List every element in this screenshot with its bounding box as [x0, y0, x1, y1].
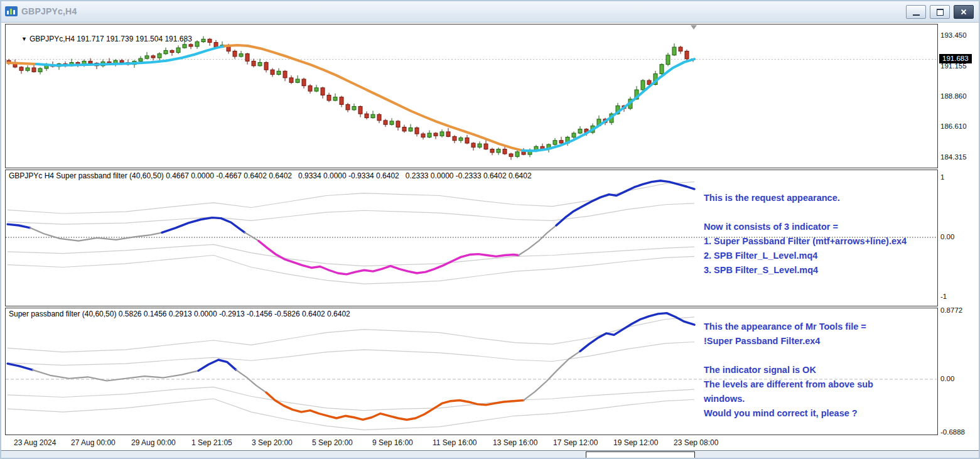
- minimize-icon: [913, 14, 920, 16]
- time-axis-label: 13 Sep 16:00: [493, 438, 537, 447]
- symbol-dropdown-icon: ▼: [21, 36, 27, 42]
- spb-indicator-panel-1[interactable]: GBPJPYc H4 Super passband filter (40,60,…: [5, 170, 938, 306]
- annotation-line: 1. Super Passband Filter (mtf+arrows+lin…: [704, 234, 955, 249]
- annotation-line: [704, 348, 955, 363]
- main-chart-panel[interactable]: ▼GBPJPYc,H4 191.717 191.739 191.504 191.…: [5, 24, 938, 168]
- price-axis-label: 188.860: [940, 92, 967, 100]
- main-chart-header: ▼GBPJPYc,H4 191.717 191.739 191.504 191.…: [9, 26, 192, 52]
- restore-icon: [937, 9, 944, 16]
- annotation-line: Would you mind correct it, please ?: [704, 406, 955, 421]
- price-axis[interactable]: 193.450191.155188.860186.610184.315191.6…: [939, 0, 979, 459]
- close-button[interactable]: [954, 5, 974, 19]
- time-axis-label: 3 Sep 20:00: [252, 438, 293, 447]
- annotation-line: The levels are different from above sub: [704, 377, 955, 392]
- annotation-line: [704, 205, 955, 220]
- price-axis-label: 0.00: [940, 375, 954, 382]
- price-axis-label: 0.8772: [940, 306, 962, 314]
- close-icon: [961, 9, 967, 15]
- title-bar[interactable]: GBPJPYc,H4: [0, 0, 980, 23]
- annotation-line: windows.: [704, 392, 955, 406]
- time-axis-label: 9 Sep 16:00: [372, 438, 413, 447]
- annotation-line: This the appearance of Mr Tools file =: [704, 320, 955, 334]
- price-axis-label: 186.610: [940, 122, 967, 130]
- restore-button[interactable]: [930, 5, 950, 19]
- time-axis-label: 23 Sep 08:00: [674, 438, 718, 447]
- mt4-chart-icon: [5, 6, 18, 16]
- spb-indicator-panel-2[interactable]: Super passband filter (40,60,50) 0.5826 …: [5, 308, 938, 435]
- time-axis-label: 23 Aug 2024: [14, 438, 56, 447]
- indicator2-header: Super passband filter (40,60,50) 0.5826 …: [9, 310, 350, 318]
- price-axis-label: -1: [940, 293, 947, 300]
- annotation-line: !Super Passband Filter.ex4: [704, 334, 955, 348]
- price-axis-label: 1: [940, 173, 944, 181]
- annotation-line: Now it consists of 3 indicator =: [704, 220, 955, 234]
- price-axis-label: 193.450: [940, 31, 967, 39]
- current-price-badge: 191.683: [939, 54, 972, 63]
- price-axis-label: 191.155: [940, 62, 967, 70]
- window-controls: [906, 5, 974, 19]
- annotation-line: 3. SPB Filter_S_Level.mq4: [704, 263, 955, 278]
- price-axis-label: -0.6888: [940, 428, 965, 436]
- window-title: GBPJPYc,H4: [21, 6, 77, 16]
- time-axis[interactable]: 23 Aug 202427 Aug 00:0029 Aug 00:001 Sep…: [5, 436, 939, 450]
- horizontal-scrollbar: [0, 450, 980, 459]
- main-chart-ohlc-readout: GBPJPYc,H4 191.717 191.739 191.504 191.6…: [30, 35, 192, 43]
- indicator1-header: GBPJPYc H4 Super passband filter (40,60,…: [9, 171, 532, 180]
- annotation-line: The indicator signal is OK: [704, 363, 955, 377]
- minimize-button[interactable]: [906, 5, 926, 19]
- time-axis-label: 27 Aug 00:00: [71, 438, 116, 447]
- time-axis-label: 29 Aug 00:00: [131, 438, 176, 447]
- scrollbar-thumb[interactable]: [586, 451, 695, 459]
- price-axis-label: 184.315: [940, 153, 967, 161]
- time-axis-label: 19 Sep 12:00: [613, 438, 658, 447]
- annotation-line: 2. SPB Filter_L_Level.mq4: [704, 249, 955, 263]
- price-axis-label: 0.00: [940, 233, 954, 240]
- annotation-request-appearance: This is the request appearance. Now it c…: [704, 191, 955, 278]
- mt4-chart-window: GBPJPYc,H4 ▼GBPJPYc,H4 191.717 191.739 1…: [0, 0, 980, 459]
- time-axis-label: 5 Sep 20:00: [312, 438, 353, 447]
- annotation-mrtools-appearance: This the appearance of Mr Tools file = !…: [704, 320, 955, 421]
- time-axis-label: 17 Sep 12:00: [553, 438, 598, 447]
- annotation-line: This is the request appearance.: [704, 191, 955, 205]
- time-axis-label: 1 Sep 21:05: [191, 438, 232, 447]
- time-axis-label: 11 Sep 16:00: [433, 438, 477, 447]
